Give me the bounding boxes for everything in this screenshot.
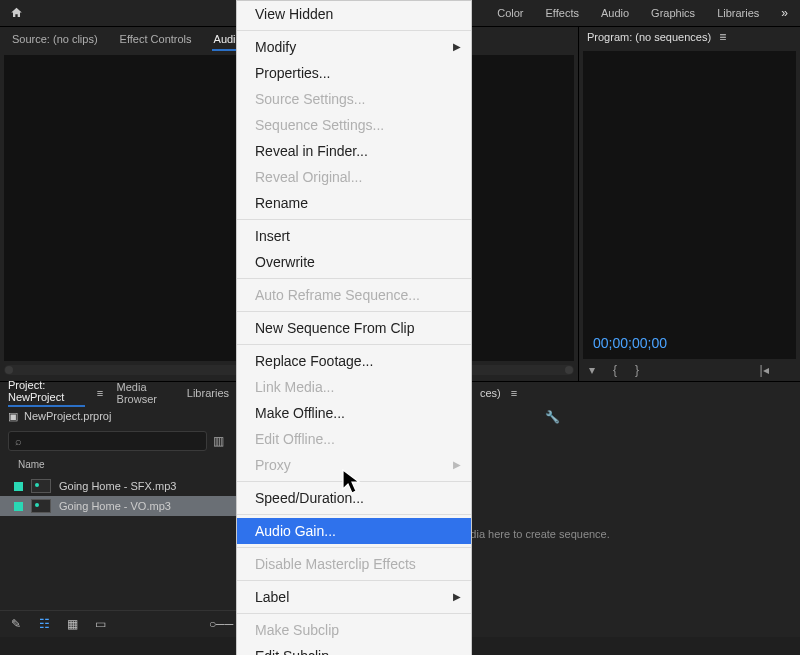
zoom-slider[interactable]: ○── (213, 617, 229, 631)
project-bin: Going Home - SFX.mp3 Going Home - VO.mp3 (0, 474, 237, 610)
menu-item-make-offline[interactable]: Make Offline... (237, 400, 471, 426)
home-icon[interactable] (0, 0, 32, 26)
step-back-icon[interactable]: |◂ (760, 363, 769, 377)
menu-item-make-subclip: Make Subclip (237, 617, 471, 643)
column-header-name[interactable]: Name (0, 454, 237, 474)
add-marker-icon[interactable]: ▾ (589, 363, 595, 377)
menu-item-view-hidden[interactable]: View Hidden (237, 1, 471, 27)
workspace-tab-libraries[interactable]: Libraries (717, 7, 759, 19)
menu-item-audio-gain[interactable]: Audio Gain... (237, 518, 471, 544)
menu-item-sequence-settings: Sequence Settings... (237, 112, 471, 138)
workspace-tab-color[interactable]: Color (497, 7, 523, 19)
menu-item-reveal-in-finder[interactable]: Reveal in Finder... (237, 138, 471, 164)
menu-separator (237, 580, 471, 581)
workspace-tab-graphics[interactable]: Graphics (651, 7, 695, 19)
program-panel: Program: (no sequences) ≡ 00;00;00;00 ▾ … (579, 27, 800, 381)
tab-effect-controls[interactable]: Effect Controls (118, 29, 194, 49)
write-toggle-icon[interactable]: ✎ (8, 617, 24, 631)
audio-clip-icon (31, 479, 51, 493)
menu-item-modify[interactable]: Modify (237, 34, 471, 60)
menu-item-speed-duration[interactable]: Speed/Duration... (237, 485, 471, 511)
workspace-tab-audio[interactable]: Audio (601, 7, 629, 19)
freeform-view-icon[interactable]: ▭ (92, 617, 108, 631)
tab-timeline[interactable]: ces) (480, 387, 501, 399)
context-menu: View HiddenModifyProperties...Source Set… (236, 0, 472, 655)
project-file-name: NewProject.prproj (24, 410, 111, 422)
audio-clip-icon (31, 499, 51, 513)
menu-item-edit-offline: Edit Offline... (237, 426, 471, 452)
menu-item-overwrite[interactable]: Overwrite (237, 249, 471, 275)
menu-item-edit-subclip[interactable]: Edit Subclip... (237, 643, 471, 655)
menu-item-source-settings: Source Settings... (237, 86, 471, 112)
menu-item-replace-footage[interactable]: Replace Footage... (237, 348, 471, 374)
mark-in-icon[interactable]: { (613, 363, 617, 377)
program-timecode[interactable]: 00;00;00;00 (593, 335, 667, 351)
new-bin-icon[interactable]: ▥ (213, 434, 229, 448)
menu-separator (237, 219, 471, 220)
clip-name: Going Home - SFX.mp3 (59, 480, 176, 492)
menu-item-new-sequence-from-clip[interactable]: New Sequence From Clip (237, 315, 471, 341)
menu-item-rename[interactable]: Rename (237, 190, 471, 216)
tab-source[interactable]: Source: (no clips) (10, 29, 100, 49)
wrench-icon[interactable]: 🔧 (545, 410, 560, 424)
label-chip (14, 482, 23, 491)
menu-separator (237, 30, 471, 31)
project-footer: ✎ ☷ ▦ ▭ ○── (0, 610, 237, 637)
menu-separator (237, 514, 471, 515)
panel-menu-icon[interactable]: ≡ (719, 30, 729, 44)
label-chip (14, 502, 23, 511)
menu-item-reveal-original: Reveal Original... (237, 164, 471, 190)
menu-separator (237, 344, 471, 345)
tab-media-browser[interactable]: Media Browser (117, 381, 175, 405)
menu-item-label[interactable]: Label (237, 584, 471, 610)
panel-menu-icon[interactable]: ≡ (97, 387, 105, 399)
panel-menu-icon[interactable]: ≡ (511, 387, 521, 399)
menu-separator (237, 481, 471, 482)
menu-separator (237, 311, 471, 312)
clip-row[interactable]: Going Home - SFX.mp3 (0, 476, 237, 496)
workspace-tabs: Color Effects Audio Graphics Libraries » (497, 6, 800, 20)
program-toolbar: ▾ { } |◂ (579, 359, 800, 381)
menu-separator (237, 278, 471, 279)
menu-item-disable-masterclip-effects: Disable Masterclip Effects (237, 551, 471, 577)
mark-out-icon[interactable]: } (635, 363, 639, 377)
list-view-icon[interactable]: ☷ (36, 617, 52, 631)
overflow-icon[interactable]: » (781, 6, 788, 20)
tab-program[interactable]: Program: (no sequences) (587, 31, 711, 43)
project-panel: Project: NewProject ≡ Media Browser Libr… (0, 382, 238, 637)
icon-view-icon[interactable]: ▦ (64, 617, 80, 631)
program-monitor-view: 00;00;00;00 (583, 51, 796, 359)
menu-separator (237, 547, 471, 548)
menu-item-auto-reframe-sequence: Auto Reframe Sequence... (237, 282, 471, 308)
tab-libraries[interactable]: Libraries (187, 387, 229, 399)
menu-item-insert[interactable]: Insert (237, 223, 471, 249)
search-input[interactable]: ⌕ (8, 431, 207, 451)
menu-separator (237, 613, 471, 614)
clip-row[interactable]: Going Home - VO.mp3 (0, 496, 237, 516)
menu-item-link-media: Link Media... (237, 374, 471, 400)
workspace-tab-effects[interactable]: Effects (546, 7, 579, 19)
menu-item-properties[interactable]: Properties... (237, 60, 471, 86)
project-file-icon: ▣ (8, 410, 18, 423)
menu-item-proxy: Proxy (237, 452, 471, 478)
clip-name: Going Home - VO.mp3 (59, 500, 171, 512)
tab-project[interactable]: Project: NewProject (8, 379, 85, 407)
